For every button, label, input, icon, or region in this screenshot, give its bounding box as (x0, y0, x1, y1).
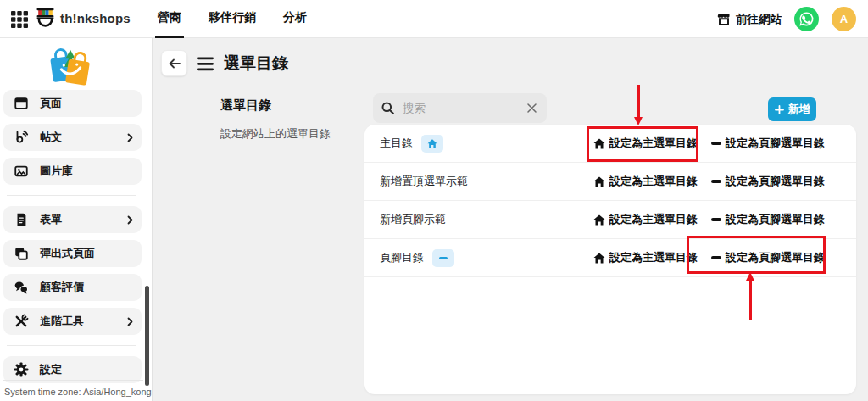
sidebar-item-advanced-tools[interactable]: 進階工具 (3, 308, 142, 335)
menu-name: 新增置頂選單示範 (380, 174, 468, 189)
pages-icon (14, 96, 29, 111)
settings-gear-icon (14, 362, 29, 377)
set-main-menu-button[interactable]: 設定為主選單目錄 (593, 212, 698, 227)
search-bar (373, 93, 547, 123)
brand-name: th!nkshops (60, 11, 131, 25)
set-footer-menu-button[interactable]: 設定為頁腳選單目錄 (711, 174, 825, 189)
shop-bags-logo (42, 45, 98, 92)
sidebar-item-gallery[interactable]: 圖片庫 (3, 158, 142, 185)
add-button[interactable]: 新增 (768, 97, 816, 121)
search-input[interactable] (401, 101, 519, 115)
home-icon (593, 214, 605, 226)
topbar-right: 前往網站 A (717, 0, 856, 38)
set-main-menu-button[interactable]: 設定為主選單目錄 (593, 136, 698, 151)
sidebar-item-forms[interactable]: 表單 (3, 206, 142, 233)
menu-actions-cell: 設定為主選單目錄 設定為頁腳選單目錄 (581, 163, 856, 200)
sidebar-item-label: 帖文 (40, 130, 62, 145)
menu-name: 新增頁腳示範 (380, 212, 446, 227)
topbar-tabs: 營商 夥伴行銷 分析 (155, 0, 309, 38)
sidebar-scrollbar[interactable] (145, 286, 149, 386)
menu-list-card: 主目錄 設定為主選單目錄 設定為頁腳選單目錄 (364, 125, 856, 394)
set-footer-menu-button[interactable]: 設定為頁腳選單目錄 (711, 212, 825, 227)
action-label: 設定為主選單目錄 (609, 174, 698, 189)
set-footer-menu-button[interactable]: 設定為頁腳選單目錄 (711, 250, 825, 265)
action-label: 設定為主選單目錄 (609, 250, 698, 265)
chevron-right-icon (127, 215, 133, 225)
set-main-menu-button[interactable]: 設定為主選單目錄 (593, 174, 698, 189)
topbar: th!nkshops 營商 夥伴行銷 分析 前往網站 (0, 0, 868, 38)
reviews-icon (14, 280, 29, 295)
home-icon (593, 176, 605, 187)
sidebar-item-pages[interactable]: 頁面 (3, 90, 142, 117)
section-description: 設定網站上的選單目錄 (220, 126, 331, 142)
plus-icon (775, 105, 784, 114)
visit-site-button[interactable]: 前往網站 (717, 12, 782, 27)
sidebar-item-label: 彈出式頁面 (40, 246, 95, 261)
annotation-arrow-down (634, 85, 643, 125)
timezone-note: System time zone: Asia/Hong_kong (4, 387, 152, 397)
menu-name: 頁腳目錄 (380, 250, 424, 265)
clear-search-icon[interactable] (526, 102, 538, 114)
search-icon (381, 102, 394, 114)
action-label: 設定為頁腳選單目錄 (726, 250, 825, 265)
menu-actions-cell: 設定為主選單目錄 設定為頁腳選單目錄 (581, 201, 856, 238)
footer-dash-icon (711, 142, 721, 144)
sidebar-item-label: 頁面 (40, 96, 62, 111)
whatsapp-icon[interactable] (794, 7, 819, 31)
menu-name: 主目錄 (380, 136, 413, 151)
sidebar-item-popups[interactable]: 彈出式頁面 (3, 240, 142, 267)
sidebar-divider (7, 195, 136, 196)
menu-name-cell: 主目錄 (364, 125, 581, 162)
main-content: 選單目錄 選單目錄 設定網站上的選單目錄 新增 主目錄 (153, 38, 868, 401)
gallery-icon (14, 164, 29, 179)
visit-site-label: 前往網站 (736, 12, 782, 27)
tab-business[interactable]: 營商 (155, 0, 184, 38)
menu-name-cell: 頁腳目錄 (364, 239, 581, 276)
sidebar: 頁面 帖文 圖片庫 表 (0, 38, 153, 401)
sidebar-item-posts[interactable]: 帖文 (3, 124, 142, 151)
tab-affiliate-marketing[interactable]: 夥伴行銷 (206, 0, 259, 38)
sidebar-item-label: 表單 (40, 212, 62, 227)
footer-dash-icon (711, 180, 721, 182)
sidebar-item-label: 圖片庫 (40, 164, 73, 179)
action-label: 設定為頁腳選單目錄 (726, 136, 825, 151)
tab-analytics[interactable]: 分析 (281, 0, 309, 38)
footer-dash-icon (711, 256, 721, 259)
page-header: 選單目錄 (197, 53, 288, 75)
footer-menu-badge (432, 249, 454, 267)
tools-icon (14, 314, 29, 329)
sidebar-item-label: 顧客評價 (40, 280, 84, 295)
app-root: th!nkshops 營商 夥伴行銷 分析 前往網站 (0, 0, 868, 401)
table-row: 主目錄 設定為主選單目錄 設定為頁腳選單目錄 (364, 125, 856, 163)
footer-dash-icon (439, 257, 448, 259)
menu-actions-cell: 設定為主選單目錄 設定為頁腳選單目錄 (581, 125, 856, 162)
menu-name-cell: 新增置頂選單示範 (364, 163, 581, 200)
storefront-logo-icon (34, 7, 57, 30)
user-avatar[interactable]: A (832, 7, 856, 31)
action-label: 設定為頁腳選單目錄 (726, 212, 825, 227)
footer-dash-icon (711, 218, 721, 220)
brand-logo[interactable]: th!nkshops (34, 7, 131, 30)
apps-grid-icon[interactable] (10, 10, 29, 29)
set-main-menu-button[interactable]: 設定為主選單目錄 (593, 250, 698, 265)
menu-list-icon (197, 57, 214, 71)
section-title: 選單目錄 (220, 97, 271, 114)
sidebar-item-label: 設定 (40, 362, 62, 377)
popup-icon (14, 246, 29, 261)
home-icon (593, 138, 605, 149)
menu-name-cell: 新增頁腳示範 (364, 201, 581, 238)
sidebar-menu: 頁面 帖文 圖片庫 表 (3, 90, 142, 383)
main-menu-badge (421, 135, 443, 153)
add-button-label: 新增 (788, 102, 810, 117)
posts-icon (14, 130, 29, 145)
avatar-initial: A (840, 13, 848, 25)
page-title: 選單目錄 (224, 53, 288, 75)
action-label: 設定為主選單目錄 (609, 136, 698, 151)
back-button[interactable] (161, 50, 187, 76)
set-footer-menu-button[interactable]: 設定為頁腳選單目錄 (711, 136, 825, 151)
sidebar-item-reviews[interactable]: 顧客評價 (3, 274, 142, 301)
menu-actions-cell: 設定為主選單目錄 設定為頁腳選單目錄 (581, 239, 856, 276)
forms-icon (14, 212, 29, 227)
storefront-icon (717, 13, 731, 26)
sidebar-item-label: 進階工具 (40, 314, 84, 329)
